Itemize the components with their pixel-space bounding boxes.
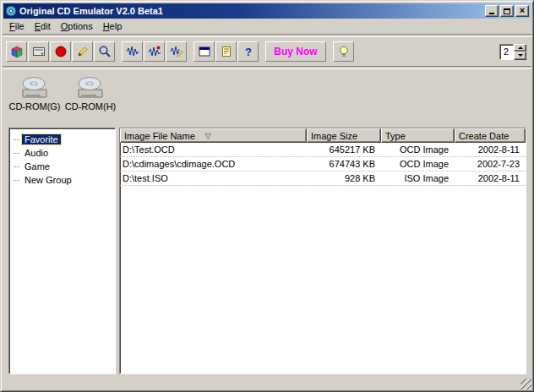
cell-create-date: 2002-8-11 [455,144,526,155]
waveform-icon [126,45,139,58]
column-label: Image File Name [124,131,195,141]
toolbar-separator [259,41,265,62]
cdrom-drive-icon [74,73,107,101]
search-icon [98,45,112,58]
maximize-icon [504,8,510,14]
list-body: D:\Test.OCD 645217 KB OCD Image 2002-8-1… [120,143,526,373]
close-icon: × [520,6,525,15]
column-label: Image Size [311,131,357,141]
tree-item-label: Audio [22,148,51,158]
tree-line [14,180,19,181]
cell-image-size: 645217 KB [307,144,381,155]
spinner-value[interactable]: 2 [499,44,514,60]
tree-item-game[interactable]: Game [10,160,114,173]
cell-type: ISO Image [381,173,455,183]
column-label: Create Date [459,131,509,141]
cell-image-file-name: D:\test.ISO [120,173,307,183]
tree-item-audio[interactable]: Audio [10,146,114,160]
column-label: Type [385,131,406,141]
close-button[interactable]: × [515,5,529,17]
waveform-record-button[interactable] [144,41,165,62]
buy-now-button[interactable]: Buy Now [265,41,326,62]
stop-button[interactable] [50,41,71,62]
drive-device-button[interactable] [28,41,49,62]
table-row[interactable]: D:\cdimages\cdimage.OCD 674743 KB OCD Im… [120,157,526,172]
titlebar[interactable]: Original CD Emulator V2.0 Beta1 × [3,3,531,19]
tree-line [14,153,19,154]
cell-type: OCD Image [381,159,455,169]
drive-strip: CD-ROM(G) CD-ROM(H) [3,69,531,123]
waveform-record-icon [148,45,161,58]
menu-options[interactable]: Options [56,19,98,33]
drive-cdrom-h[interactable]: CD-ROM(H) [64,73,117,112]
minimize-icon [489,13,494,14]
toolbar-separator [116,41,122,62]
spinner-buttons [514,44,526,60]
menu-help[interactable]: Help [98,19,128,33]
svg-text:?: ? [245,46,252,58]
menu-edit[interactable]: Edit [30,19,56,33]
column-header-type[interactable]: Type [381,128,455,143]
cell-image-size: 928 KB [307,173,381,183]
app-icon [5,5,17,17]
stop-icon [54,45,68,58]
spinner-down-button[interactable] [514,52,526,60]
drive-count-spinner[interactable]: 2 [499,44,526,60]
toolbar-separator [327,41,333,62]
column-header-image-file-name[interactable]: Image File Name ▽ [120,128,307,143]
tip-button[interactable] [333,41,354,62]
waveform-button[interactable] [122,41,143,62]
toolbar: ? Buy Now 2 [3,37,531,66]
cell-create-date: 2002-7-23 [455,159,526,169]
menu-file[interactable]: File [4,19,30,33]
waveform-edit-button[interactable] [166,41,187,62]
maximize-button[interactable] [500,5,514,17]
group-tree-panel: Favorite Audio Game New Group [8,128,116,374]
cell-image-size: 674743 KB [307,159,381,169]
window-icon [198,45,211,58]
notes-button[interactable] [215,41,237,62]
cell-image-file-name: D:\Test.OCD [120,144,307,155]
down-arrow-icon [518,54,523,57]
status-bar [3,378,531,389]
toolbar-separator [188,41,193,62]
edit-icon [76,45,90,58]
cell-create-date: 2002-8-11 [455,173,526,183]
table-row[interactable]: D:\Test.OCD 645217 KB OCD Image 2002-8-1… [120,143,526,157]
tree-item-favorite[interactable]: Favorite [10,133,114,146]
up-arrow-icon [518,46,523,49]
menubar: File Edit Options Help [3,19,531,34]
window-title: Original CD Emulator V2.0 Beta1 [19,6,483,16]
tree-item-label: Favorite [22,134,61,144]
table-row[interactable]: D:\test.ISO 928 KB ISO Image 2002-8-11 [120,172,526,186]
edit-button[interactable] [72,41,93,62]
sort-indicator-icon: ▽ [205,132,211,140]
window-view-button[interactable] [193,41,215,62]
search-button[interactable] [94,41,115,62]
drive-label: CD-ROM(H) [65,101,116,112]
tree-line [14,139,19,140]
spinner-up-button[interactable] [514,44,526,52]
main-area: Favorite Audio Game New Group Image File… [3,123,531,376]
tree-item-label: New Group [22,175,74,185]
help-button[interactable]: ? [237,41,259,62]
cdrom-drive-icon [18,73,52,101]
image-list-panel: Image File Name ▽ Image Size Type Create… [119,128,526,374]
column-header-create-date[interactable]: Create Date [455,128,526,143]
column-header-image-size[interactable]: Image Size [307,128,381,143]
app-window: Original CD Emulator V2.0 Beta1 × File E… [0,0,534,392]
notes-icon [220,45,233,58]
virtual-cd-button[interactable] [6,41,27,62]
drive-device-icon [32,45,46,58]
virtual-cd-icon [10,45,24,58]
list-header: Image File Name ▽ Image Size Type Create… [120,128,526,143]
tree-line [14,166,19,167]
resize-grip[interactable] [520,378,531,389]
help-icon: ? [242,45,255,58]
waveform-edit-icon [170,45,183,58]
drive-label: CD-ROM(G) [8,101,60,112]
drive-cdrom-g[interactable]: CD-ROM(G) [8,73,61,112]
cell-type: OCD Image [381,144,455,155]
tree-item-new-group[interactable]: New Group [10,173,114,187]
minimize-button[interactable] [485,5,499,17]
